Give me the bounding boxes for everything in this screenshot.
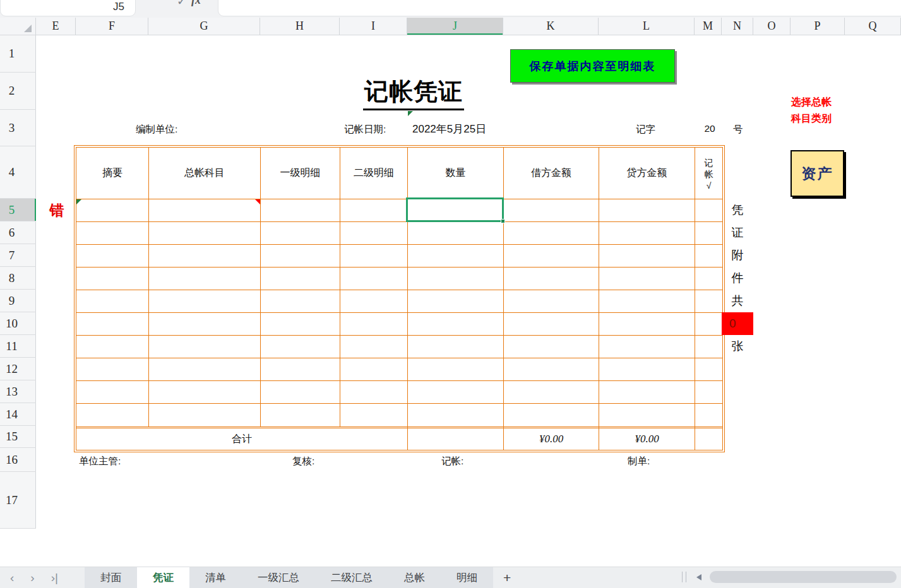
voucher-cell[interactable] <box>408 336 504 358</box>
row-header-15[interactable]: 15 <box>0 426 36 448</box>
voucher-cell[interactable] <box>340 222 408 245</box>
voucher-cell[interactable] <box>261 245 340 268</box>
voucher-cell[interactable] <box>76 381 149 404</box>
voucher-cell[interactable] <box>149 358 261 381</box>
voucher-cell[interactable] <box>599 381 695 404</box>
voucher-cell[interactable] <box>695 199 722 222</box>
voucher-cell[interactable] <box>504 222 599 245</box>
voucher-cell[interactable] <box>408 290 504 313</box>
name-box[interactable]: J5 <box>0 0 136 16</box>
voucher-cell[interactable] <box>261 268 340 290</box>
voucher-cell[interactable] <box>149 313 261 336</box>
sheet-tab-7[interactable]: 明细 <box>441 567 493 588</box>
voucher-cell[interactable] <box>408 245 504 268</box>
column-header-N[interactable]: N <box>722 18 753 35</box>
voucher-cell[interactable] <box>261 358 340 381</box>
voucher-cell[interactable] <box>599 199 695 222</box>
sheet-tab-2[interactable]: 凭证 <box>137 567 189 588</box>
voucher-cell[interactable] <box>695 404 722 426</box>
row-header-8[interactable]: 8 <box>0 267 36 290</box>
voucher-cell[interactable] <box>599 268 695 290</box>
save-to-detail-button[interactable]: 保存单据内容至明细表 <box>510 49 675 83</box>
voucher-cell[interactable] <box>261 290 340 313</box>
voucher-cell[interactable] <box>76 245 149 268</box>
tab-last-button[interactable]: ›| <box>51 571 58 585</box>
row-header-5[interactable]: 5 <box>0 199 36 221</box>
row-header-4[interactable]: 4 <box>0 146 36 199</box>
voucher-cell[interactable] <box>261 336 340 358</box>
voucher-cell[interactable] <box>149 290 261 313</box>
column-header-Q[interactable]: Q <box>845 18 901 35</box>
column-header-F[interactable]: F <box>76 18 148 35</box>
voucher-cell[interactable] <box>504 199 599 222</box>
voucher-cell[interactable] <box>149 404 261 426</box>
voucher-cell[interactable] <box>340 268 408 290</box>
voucher-cell[interactable] <box>408 404 504 426</box>
voucher-cell[interactable] <box>408 268 504 290</box>
header-ledger-account[interactable]: 总帐科目 <box>149 148 261 199</box>
voucher-cell[interactable] <box>695 358 722 381</box>
column-header-J[interactable]: J <box>407 18 503 35</box>
voucher-cell[interactable] <box>340 404 408 426</box>
voucher-cell[interactable] <box>599 358 695 381</box>
voucher-cell[interactable] <box>695 290 722 313</box>
voucher-cell[interactable] <box>695 336 722 358</box>
tab-next-button[interactable]: › <box>30 571 34 585</box>
voucher-cell[interactable] <box>504 268 599 290</box>
voucher-cell[interactable] <box>504 381 599 404</box>
column-header-O[interactable]: O <box>753 18 791 35</box>
voucher-cell[interactable] <box>76 290 149 313</box>
category-asset-button[interactable]: 资产 <box>791 150 844 197</box>
tab-splitter-2[interactable] <box>686 572 686 582</box>
select-all-corner[interactable] <box>0 18 36 35</box>
fill-handle[interactable] <box>501 219 505 223</box>
sheet-tab-5[interactable]: 二级汇总 <box>315 567 388 588</box>
voucher-cell[interactable] <box>504 245 599 268</box>
voucher-cell[interactable] <box>504 290 599 313</box>
voucher-cell[interactable] <box>340 313 408 336</box>
header-summary[interactable]: 摘要 <box>76 148 149 199</box>
row-header-6[interactable]: 6 <box>0 221 36 244</box>
voucher-cell[interactable] <box>340 381 408 404</box>
voucher-cell[interactable] <box>408 381 504 404</box>
header-debit-amount[interactable]: 借方金额 <box>504 148 599 199</box>
voucher-cell[interactable] <box>261 222 340 245</box>
voucher-cell[interactable] <box>76 313 149 336</box>
total-quantity-cell[interactable] <box>408 426 504 450</box>
formula-input[interactable] <box>218 0 901 16</box>
header-level2-detail[interactable]: 二级明细 <box>340 148 408 199</box>
voucher-cell[interactable] <box>695 268 722 290</box>
row-header-9[interactable]: 9 <box>0 290 36 312</box>
voucher-cell[interactable] <box>76 199 149 222</box>
voucher-number[interactable]: 20 <box>697 123 722 134</box>
row-header-16[interactable]: 16 <box>0 448 36 472</box>
voucher-cell[interactable] <box>340 199 408 222</box>
tab-prev-button[interactable]: ‹ <box>10 571 14 585</box>
header-quantity[interactable]: 数量 <box>408 148 504 199</box>
voucher-cell[interactable] <box>599 290 695 313</box>
header-credit-amount[interactable]: 贷方金额 <box>599 148 695 199</box>
voucher-cell[interactable] <box>340 358 408 381</box>
voucher-cell[interactable] <box>261 199 340 222</box>
tab-splitter[interactable] <box>682 572 683 582</box>
voucher-cell[interactable] <box>599 404 695 426</box>
column-header-E[interactable]: E <box>36 18 76 35</box>
row-header-1[interactable]: 1 <box>0 35 36 73</box>
voucher-cell[interactable] <box>504 313 599 336</box>
voucher-cell[interactable] <box>599 336 695 358</box>
total-check-cell[interactable] <box>695 426 722 450</box>
voucher-cell[interactable] <box>149 245 261 268</box>
row-header-17[interactable]: 17 <box>0 472 36 529</box>
voucher-cell[interactable] <box>599 313 695 336</box>
voucher-cell[interactable] <box>76 222 149 245</box>
voucher-cell[interactable] <box>149 268 261 290</box>
voucher-cell[interactable] <box>504 336 599 358</box>
voucher-cell[interactable] <box>340 336 408 358</box>
voucher-cell[interactable] <box>261 313 340 336</box>
voucher-cell[interactable] <box>599 245 695 268</box>
voucher-cell[interactable] <box>261 381 340 404</box>
column-header-K[interactable]: K <box>503 18 599 35</box>
hscroll-thumb[interactable] <box>710 571 897 583</box>
column-header-G[interactable]: G <box>148 18 260 35</box>
sheet-tab-1[interactable]: 封面 <box>85 567 137 588</box>
